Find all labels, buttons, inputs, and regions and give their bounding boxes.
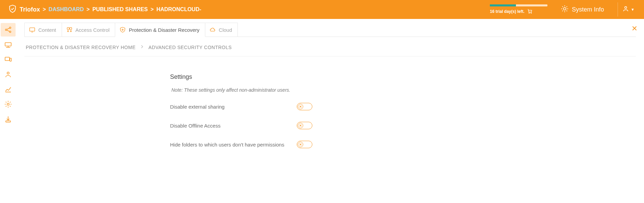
svg-point-24: [7, 103, 9, 105]
svg-point-12: [5, 29, 7, 30]
trial-progress-bar: [490, 4, 547, 6]
tab-content[interactable]: Content: [24, 23, 62, 37]
tab-access-control[interactable]: Access Control: [62, 23, 116, 37]
svg-rect-25: [6, 121, 11, 122]
tab-label: Protection & Disaster Recovery: [129, 27, 199, 33]
breadcrumb-sep: >: [86, 6, 89, 13]
setting-label: Hide folders to which users don't have p…: [170, 142, 284, 148]
cart-icon[interactable]: [527, 8, 533, 15]
breadcrumb-published-shares[interactable]: PUBLISHED SHARES: [92, 6, 148, 13]
layout: × Content Access Control Protection & Di…: [0, 19, 644, 173]
svg-line-15: [7, 28, 9, 29]
svg-rect-28: [67, 27, 69, 29]
svg-point-1: [531, 13, 532, 13]
setting-label: Disable Offline Access: [170, 123, 221, 129]
setting-row-disable-external-sharing: Disable external sharing: [170, 103, 312, 110]
svg-rect-29: [69, 27, 71, 29]
toggle-disable-offline-access[interactable]: [297, 122, 312, 129]
inner-bc-current: ADVANCED SECURITY CONTROLS: [148, 45, 232, 50]
shield-logo-icon: [8, 4, 17, 15]
sidebar-item-reports[interactable]: [1, 83, 16, 96]
tab-label: Cloud: [219, 27, 232, 33]
breadcrumb-share-name[interactable]: HADRONCLOUD-: [157, 6, 201, 13]
settings-panel: Settings Note: These settings only affec…: [170, 73, 339, 148]
system-info-label: System Info: [572, 6, 604, 13]
setting-row-disable-offline-access: Disable Offline Access: [170, 122, 312, 129]
setting-label: Disable external sharing: [170, 104, 225, 110]
user-icon: [622, 5, 629, 14]
svg-point-30: [67, 31, 68, 32]
sidebar-item-download[interactable]: [1, 112, 16, 126]
toggle-hide-folders[interactable]: [297, 141, 312, 148]
brand-name: Triofox: [20, 6, 40, 13]
svg-point-31: [70, 31, 71, 32]
sidebar-item-share[interactable]: [1, 23, 16, 37]
svg-rect-20: [5, 57, 9, 61]
svg-line-8: [566, 10, 567, 11]
toggle-knob-off-icon: [298, 123, 303, 128]
toggle-disable-external-sharing[interactable]: [297, 103, 312, 110]
svg-line-16: [7, 30, 9, 31]
chevron-right-icon: [140, 44, 144, 50]
settings-note: Note: These settings only affect non-adm…: [170, 87, 339, 93]
sidebar-item-users[interactable]: [1, 68, 16, 81]
svg-line-9: [562, 10, 563, 11]
tab-protection-dr[interactable]: Protection & Disaster Recovery: [115, 23, 205, 37]
trial-days-text: 16 trial day(s) left.: [490, 9, 524, 14]
gear-sun-icon: [561, 5, 568, 14]
toggle-knob-off-icon: [298, 104, 303, 109]
top-header: Triofox > DASHBOARD > PUBLISHED SHARES >…: [0, 0, 644, 19]
caret-down-icon: ▼: [631, 7, 635, 12]
sidebar-item-settings[interactable]: [1, 97, 16, 111]
user-menu[interactable]: ▼: [618, 2, 639, 17]
left-sidebar: [0, 19, 16, 173]
svg-rect-17: [5, 43, 11, 46]
svg-line-10: [566, 6, 567, 7]
svg-point-2: [563, 7, 566, 10]
brand-logo-block[interactable]: Triofox: [8, 4, 40, 15]
svg-rect-26: [30, 28, 35, 31]
sidebar-item-client[interactable]: [1, 53, 16, 66]
toggle-knob-off-icon: [298, 142, 303, 147]
topbar-right: 16 trial day(s) left. System Info ▼: [490, 2, 639, 17]
inner-bc-home[interactable]: PROTECTION & DISASTER RECOVERY HOME: [26, 45, 136, 50]
svg-line-7: [562, 6, 563, 7]
tab-label: Content: [38, 27, 56, 33]
trial-block[interactable]: 16 trial day(s) left.: [490, 4, 547, 15]
breadcrumb-dashboard[interactable]: DASHBOARD: [48, 6, 84, 13]
setting-row-hide-folders: Hide folders to which users don't have p…: [170, 141, 312, 148]
svg-rect-21: [10, 58, 12, 61]
trial-progress-fill: [490, 4, 516, 6]
sidebar-item-devices[interactable]: [1, 38, 16, 51]
tab-label: Access Control: [76, 27, 110, 33]
breadcrumb-sep: >: [150, 6, 153, 13]
settings-title: Settings: [170, 73, 339, 81]
tab-cloud[interactable]: Cloud: [205, 23, 238, 37]
main-panel: × Content Access Control Protection & Di…: [16, 19, 644, 173]
close-panel-button[interactable]: ×: [632, 24, 637, 33]
svg-point-14: [9, 31, 11, 32]
inner-breadcrumb: PROTECTION & DISASTER RECOVERY HOME ADVA…: [24, 37, 636, 57]
svg-point-11: [625, 6, 627, 8]
svg-point-22: [7, 72, 9, 74]
svg-point-0: [529, 13, 529, 13]
tabs-row: Content Access Control Protection & Disa…: [24, 22, 636, 37]
system-info-button[interactable]: System Info: [561, 5, 604, 14]
svg-point-13: [9, 27, 11, 28]
breadcrumb-sep: >: [43, 6, 46, 13]
